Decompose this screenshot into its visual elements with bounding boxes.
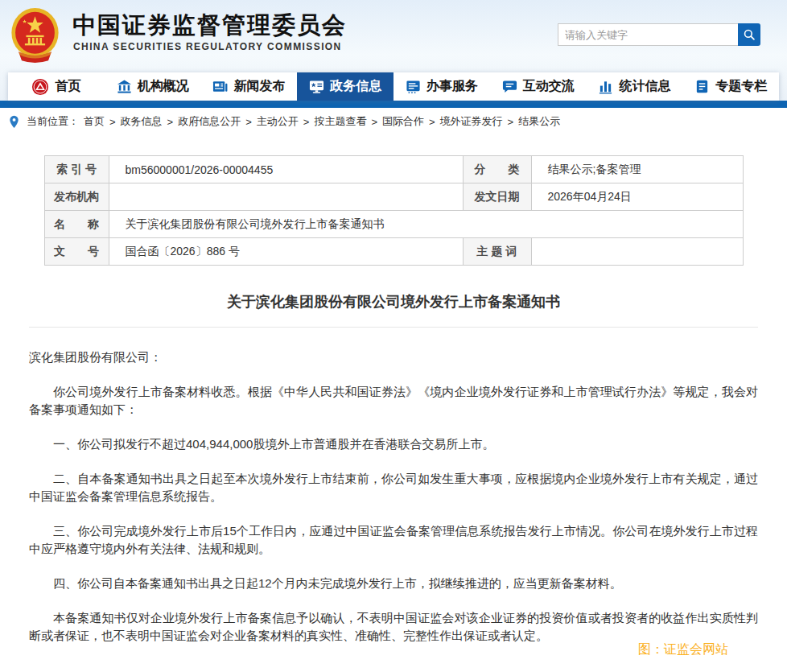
nav-label: 办事服务 xyxy=(426,78,478,95)
breadcrumb-item-results[interactable]: 结果公示 xyxy=(518,114,560,129)
paragraph-item-1: 一、你公司拟发行不超过404,944,000股境外上市普通股并在香港联合交易所上… xyxy=(29,435,758,453)
breadcrumb-item-overseas-issuance[interactable]: 境外证券发行 xyxy=(440,114,503,129)
paragraph-intro: 你公司境外发行上市备案材料收悉。根据《中华人民共和国证券法》《境内企业境外发行证… xyxy=(29,383,758,418)
paragraph-item-2: 二、自本备案通知书出具之日起至本次境外发行上市结束前，你公司如发生重大事项，应根… xyxy=(29,470,758,505)
nav-label: 机构概况 xyxy=(138,78,189,95)
nav-item-services[interactable]: 办事服务 xyxy=(394,72,490,101)
keywords-value xyxy=(531,238,743,266)
national-emblem-logo xyxy=(10,6,60,64)
index-number-value: bm56000001/2026-00004455 xyxy=(109,156,463,183)
paragraph-item-3: 三、你公司完成境外发行上市后15个工作日内，应通过中国证监会备案管理信息系统报告… xyxy=(29,522,758,558)
doc-number-label: 文 号 xyxy=(44,238,109,266)
issue-date-label: 发文日期 xyxy=(463,183,531,211)
breadcrumb-separator: > xyxy=(508,116,514,128)
category-value: 结果公示;备案管理 xyxy=(531,156,743,183)
nav-label: 新闻发布 xyxy=(233,78,285,95)
issue-date-value: 2026年04月24日 xyxy=(531,183,743,211)
form-icon xyxy=(406,79,421,94)
nav-item-statistics[interactable]: 统计信息 xyxy=(587,72,683,101)
nav-label: 专题专栏 xyxy=(715,78,767,95)
breadcrumb: 当前位置： 首页 > 政务信息 > 政府信息公开 > 主动公开 > 按主题查看 … xyxy=(0,108,787,135)
table-row: 索 引 号 bm56000001/2026-00004455 分 类 结果公示;… xyxy=(44,156,743,183)
page: 中国证券监督管理委员会 CHINA SECURITIES REGULATORY … xyxy=(0,0,787,672)
bar-chart-icon xyxy=(598,79,613,94)
nav-item-about[interactable]: 机构概况 xyxy=(105,72,201,101)
search-box xyxy=(558,23,760,46)
breadcrumb-item-by-topic[interactable]: 按主题查看 xyxy=(314,114,366,129)
breadcrumb-item-home[interactable]: 首页 xyxy=(84,114,105,129)
bank-icon xyxy=(117,79,132,94)
category-label: 分 类 xyxy=(463,156,531,183)
breadcrumb-separator: > xyxy=(371,116,377,128)
breadcrumb-separator: > xyxy=(429,116,435,128)
table-row: 发布机构 发文日期 2026年04月24日 xyxy=(44,183,743,211)
issuing-agency-value xyxy=(109,183,463,211)
search-button[interactable] xyxy=(738,23,760,46)
chat-icon xyxy=(502,79,517,94)
nav-label: 统计信息 xyxy=(619,78,670,95)
nav-label: 首页 xyxy=(55,78,80,95)
keywords-label: 主 题 词 xyxy=(463,238,531,266)
breadcrumb-separator: > xyxy=(109,116,116,128)
breadcrumb-separator: > xyxy=(303,116,310,128)
breadcrumb-item-proactive[interactable]: 主动公开 xyxy=(257,114,299,129)
search-input[interactable] xyxy=(558,23,738,46)
name-label: 名 称 xyxy=(44,211,109,238)
breadcrumb-separator: > xyxy=(245,116,252,128)
breadcrumb-item-disclosure[interactable]: 政府信息公开 xyxy=(178,114,241,129)
location-pin-icon xyxy=(9,115,19,129)
document-area: 关于滨化集团股份有限公司境外发行上市备案通知书 滨化集团股份有限公司： 你公司境… xyxy=(0,293,787,645)
nav-item-interaction[interactable]: 互动交流 xyxy=(490,72,587,101)
doc-number-value: 国合函〔2026〕886 号 xyxy=(109,238,463,266)
paragraph-item-4: 四、你公司自本备案通知书出具之日起12个月内未完成境外发行上市，拟继续推进的，应… xyxy=(29,575,758,592)
paragraph-disclaimer: 本备案通知书仅对企业境外发行上市备案信息予以确认，不表明中国证监会对该企业证券的… xyxy=(29,609,758,645)
main-nav: 首页 机构概况 xyxy=(8,72,779,101)
news-icon xyxy=(212,79,228,94)
nav-item-gov-info[interactable]: 政务信息 xyxy=(297,72,394,101)
nav-item-special-topics[interactable]: 专题专栏 xyxy=(682,72,779,101)
breadcrumb-separator: > xyxy=(167,116,174,128)
monitor-icon xyxy=(309,79,324,94)
document-meta-table: 索 引 号 bm56000001/2026-00004455 分 类 结果公示;… xyxy=(44,155,744,266)
site-title: 中国证券监督管理委员会 xyxy=(72,10,347,42)
nav-label: 互动交流 xyxy=(523,78,575,95)
nav-item-home[interactable]: 首页 xyxy=(8,72,105,101)
breadcrumb-prefix: 当前位置： xyxy=(27,114,79,129)
document-body: 滨化集团股份有限公司： 你公司境外发行上市备案材料收悉。根据《中华人民共和国证券… xyxy=(29,348,758,645)
top-banner: 中国证券监督管理委员会 CHINA SECURITIES REGULATORY … xyxy=(0,0,787,101)
table-row: 文 号 国合函〔2026〕886 号 主 题 词 xyxy=(44,238,743,266)
search-icon xyxy=(743,28,756,41)
nav-label: 政务信息 xyxy=(330,78,381,95)
issuing-agency-label: 发布机构 xyxy=(44,183,109,211)
site-header: 中国证券监督管理委员会 CHINA SECURITIES REGULATORY … xyxy=(0,0,787,72)
document-icon xyxy=(694,79,710,94)
index-number-label: 索 引 号 xyxy=(44,156,109,183)
title-divider xyxy=(29,327,758,328)
csrc-logo-icon xyxy=(31,78,49,96)
salutation: 滨化集团股份有限公司： xyxy=(29,348,758,366)
image-source-credit: 图：证监会网站 xyxy=(638,641,728,658)
table-row: 名 称 关于滨化集团股份有限公司境外发行上市备案通知书 xyxy=(44,211,743,238)
breadcrumb-item-gov-info[interactable]: 政务信息 xyxy=(121,114,163,129)
nav-accent-bar xyxy=(0,101,787,108)
nav-item-news[interactable]: 新闻发布 xyxy=(201,72,298,101)
breadcrumb-item-intl-coop[interactable]: 国际合作 xyxy=(382,114,424,129)
site-subtitle-en: CHINA SECURITIES REGULATORY COMMISSION xyxy=(73,41,342,52)
name-value: 关于滨化集团股份有限公司境外发行上市备案通知书 xyxy=(109,211,743,238)
document-title: 关于滨化集团股份有限公司境外发行上市备案通知书 xyxy=(29,293,758,311)
